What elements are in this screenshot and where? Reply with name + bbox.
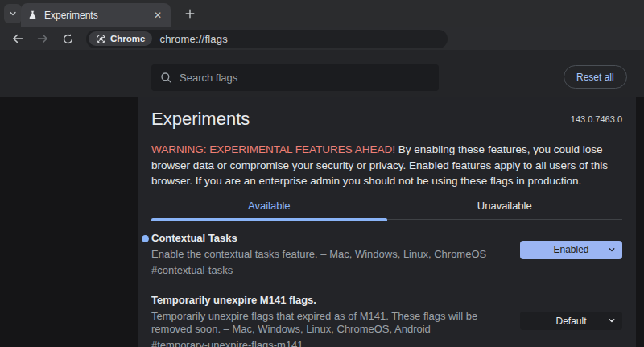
flag-value-select[interactable]: Enabled — [520, 241, 622, 259]
url-text: chrome://flags — [159, 33, 227, 45]
chevron-down-icon — [608, 316, 616, 324]
tab-available[interactable]: Available — [151, 196, 387, 219]
flags-panel: Experiments 143.0.7463.0 WARNING: EXPERI… — [138, 97, 636, 347]
tab-close-icon[interactable]: ✕ — [151, 9, 164, 22]
forward-button[interactable] — [33, 29, 52, 48]
browser-window: Experiments ✕ — [0, 0, 644, 347]
reset-all-button[interactable]: Reset all — [564, 65, 627, 89]
page-title: Experiments — [151, 109, 250, 129]
chrome-page-chip[interactable]: Chrome — [89, 31, 152, 46]
experimental-warning: WARNING: EXPERIMENTAL FEATURES AHEAD! By… — [151, 142, 622, 189]
omnibox[interactable]: Chrome chrome://flags — [86, 30, 448, 48]
page-content: Experiments 143.0.7463.0 WARNING: EXPERI… — [0, 97, 644, 347]
flag-info: Contextual Tasks Enable the contextual t… — [151, 233, 520, 278]
flag-description: Temporarily unexpire flags that expired … — [151, 310, 520, 335]
flag-value: Enabled — [553, 244, 588, 255]
tab-search-button[interactable] — [4, 4, 22, 23]
chrome-logo-icon — [96, 34, 106, 44]
flag-description: Enable the contextual tasks feature. – M… — [151, 248, 520, 261]
search-box[interactable] — [151, 64, 439, 91]
flag-title: Contextual Tasks — [151, 233, 520, 244]
flag-permalink[interactable]: #temporary-unexpire-flags-m141 — [151, 339, 303, 347]
modified-dot-icon — [142, 235, 149, 242]
version-label: 143.0.7463.0 — [571, 114, 622, 124]
flag-row-contextual-tasks: Contextual Tasks Enable the contextual t… — [151, 233, 622, 278]
reload-button[interactable] — [58, 29, 77, 48]
back-button[interactable] — [8, 29, 27, 48]
flag-permalink[interactable]: #contextual-tasks — [151, 264, 233, 276]
new-tab-button[interactable] — [180, 4, 200, 23]
chevron-down-icon — [8, 9, 18, 19]
tab-title: Experiments — [44, 10, 151, 21]
flag-value: Default — [555, 316, 586, 327]
flag-value-select[interactable]: Default — [520, 312, 622, 330]
chip-label: Chrome — [110, 34, 145, 43]
reload-icon — [62, 33, 74, 45]
flag-title: Temporarily unexpire M141 flags. — [151, 295, 520, 306]
warning-highlight: WARNING: EXPERIMENTAL FEATURES AHEAD! — [151, 143, 395, 155]
search-icon — [160, 72, 172, 84]
flags-tab-bar: Available Unavailable — [151, 196, 622, 220]
tab-experiments[interactable]: Experiments ✕ — [21, 3, 171, 27]
page-header: Experiments 143.0.7463.0 — [151, 109, 622, 129]
chevron-down-icon — [608, 246, 616, 254]
flags-search-bar: Reset all — [0, 50, 644, 97]
plus-icon — [184, 8, 196, 19]
flask-icon — [27, 10, 38, 20]
search-input[interactable] — [180, 72, 430, 84]
tab-unavailable[interactable]: Unavailable — [387, 196, 623, 219]
browser-toolbar: Chrome chrome://flags — [0, 27, 644, 50]
flag-info: Temporarily unexpire M141 flags. Tempora… — [151, 295, 520, 347]
tab-strip: Experiments ✕ — [0, 0, 644, 27]
back-arrow-icon — [11, 32, 24, 45]
forward-arrow-icon — [36, 32, 49, 45]
flag-row-unexpire-m141: Temporarily unexpire M141 flags. Tempora… — [151, 295, 622, 347]
